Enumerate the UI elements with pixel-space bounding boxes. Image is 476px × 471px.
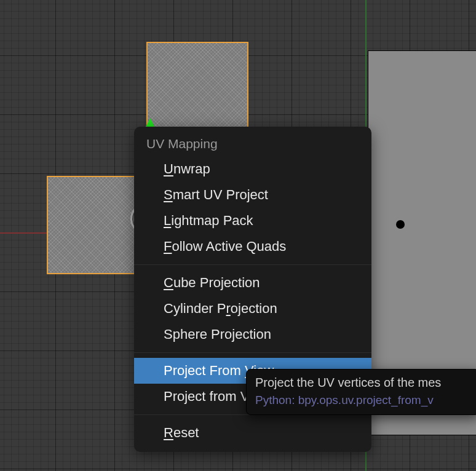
hotkey-char: U [164,161,173,176]
mesh-face-selected[interactable] [146,42,248,129]
menu-item-label: Sphere Projection [164,327,271,342]
menu-item-label: ightmap Pack [171,213,253,228]
menu-item-reset[interactable]: Reset [134,420,371,446]
menu-item-cylinder-projection[interactable]: Cylinder Projection [134,296,371,322]
menu-item-label: ollow Active Quads [172,239,286,254]
hotkey-char: C [164,275,173,290]
menu-title: UV Mapping [134,127,371,156]
tooltip: Project the UV vertices of the mes Pytho… [246,369,476,415]
hotkey-char: R [164,425,173,440]
menu-item-label: Project from [164,389,240,404]
menu-item-label: ojection [231,301,277,316]
menu-item-label: Cylinder P [164,301,226,316]
menu-item-sphere-projection[interactable]: Sphere Projection [134,322,371,347]
menu-item-label: mart UV Project [173,187,268,202]
hotkey-char: r [226,301,230,316]
menu-item-lightmap-pack[interactable]: Lightmap Pack [134,208,371,234]
blender-3d-viewport[interactable]: UV Mapping Unwrap Smart UV Project Light… [0,0,476,471]
menu-separator [134,352,371,353]
menu-item-smart-uv-project[interactable]: Smart UV Project [134,182,371,208]
menu-item-label: nwrap [173,161,210,176]
hotkey-char: L [164,213,171,228]
face-center-dot [396,220,405,229]
menu-item-cube-projection[interactable]: Cube Projection [134,270,371,296]
mesh-face-selected[interactable] [47,176,145,274]
tooltip-python-path: Python: bpy.ops.uv.project_from_v [255,394,470,407]
menu-item-label: ube Projection [173,275,260,290]
menu-item-unwrap[interactable]: Unwrap [134,156,371,182]
menu-item-label: eset [173,425,199,440]
hotkey-char: F [164,239,172,254]
menu-item-follow-active-quads[interactable]: Follow Active Quads [134,234,371,259]
menu-item-label: Project From [164,363,245,378]
menu-separator [134,264,371,265]
hotkey-char: S [164,187,173,202]
tooltip-description: Project the UV vertices of the mes [255,376,470,390]
